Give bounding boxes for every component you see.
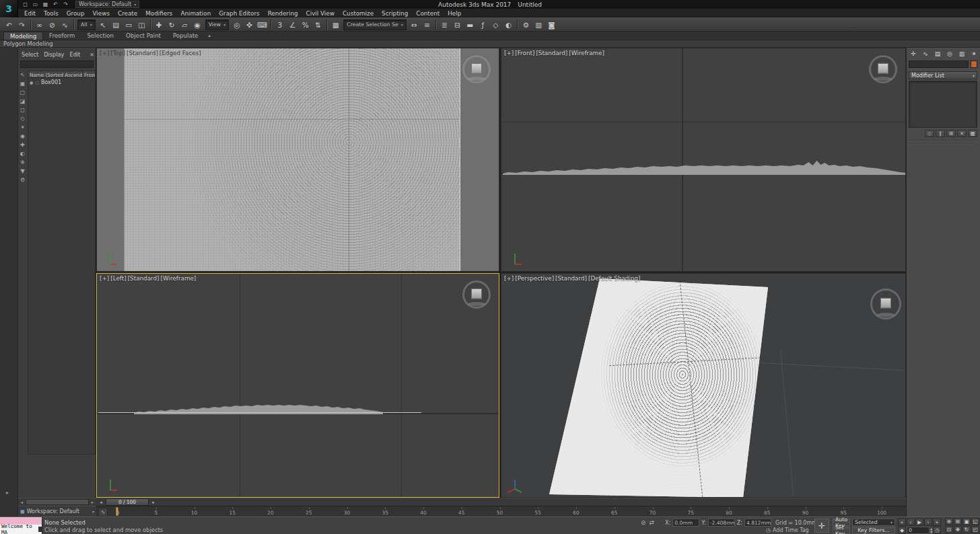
select-object-icon[interactable]: ↖ [98, 19, 109, 30]
menu-group[interactable]: Group [63, 9, 89, 17]
remove-modifier-button[interactable]: ✕ [957, 130, 967, 137]
viewport-label-segment[interactable]: [Default Shading] [588, 275, 641, 282]
align-icon[interactable]: ≡ [421, 19, 433, 30]
viewport-label-segment[interactable]: [Standard] [128, 275, 160, 282]
save-file-icon[interactable]: ▦ [41, 1, 50, 8]
ribbon-minimize-icon[interactable]: ▴ [208, 33, 211, 38]
motion-tab[interactable]: ◎ [945, 49, 954, 58]
workspace-selector[interactable]: ▦ Workspace: Default ▾ [18, 506, 96, 517]
explorer-menu-display[interactable]: Display [41, 51, 67, 58]
viewport-label-segment[interactable]: [Left] [110, 275, 126, 282]
previous-frame-button[interactable]: ‹ [907, 519, 915, 526]
render-production-icon[interactable]: ◙ [546, 19, 557, 30]
scroll-right-arrow[interactable]: ▸ [90, 500, 96, 505]
viewport-label-segment[interactable]: [Wireframe] [569, 50, 604, 56]
viewport-label-segment[interactable]: [+] [504, 275, 514, 282]
object-color-swatch[interactable] [971, 61, 977, 68]
viewport-perspective[interactable]: [+][Perspective][Standard][Default Shadi… [501, 273, 906, 498]
go-to-end-button[interactable]: » [933, 519, 941, 526]
maxscript-mini-listener[interactable]: Welcome to MA [0, 517, 42, 534]
selection-filter-dropdown[interactable]: All▾ [77, 20, 96, 30]
explorer-horizontal-scrollbar[interactable]: ◂ ▸ [18, 498, 96, 506]
undo-icon[interactable]: ↶ [3, 19, 15, 30]
named-selection-sets-dropdown[interactable]: Create Selection Se▾ [343, 20, 407, 30]
listener-script-line[interactable]: Welcome to MA [0, 525, 42, 534]
time-slider-next-arrow[interactable]: ▸ [150, 500, 157, 505]
modify-tab[interactable]: ∿ [921, 49, 930, 58]
bind-to-spacewarp-icon[interactable]: ∿ [59, 19, 71, 30]
use-pivot-center-icon[interactable]: ◎ [231, 19, 242, 30]
create-tab[interactable]: ✛ [909, 49, 918, 58]
redo-small-icon[interactable]: ↷ [61, 1, 70, 8]
viewcube[interactable] [462, 55, 491, 83]
set-keys-button[interactable]: ✛ [814, 519, 829, 533]
display-tab[interactable]: ▥ [957, 49, 967, 58]
viewport-top[interactable]: [+][Top][Standard][Edged Faces] [96, 48, 499, 272]
maximize-viewport-toggle-icon[interactable]: ◰ [971, 526, 979, 533]
explorer-menu-edit[interactable]: Edit [67, 51, 83, 58]
zoom-region-icon[interactable]: ⊡ [945, 526, 953, 533]
absolute-offset-toggle[interactable]: ⇄ [650, 519, 655, 526]
snaps-toggle-3d-icon[interactable]: 3 [274, 19, 285, 30]
spinner-snap-icon[interactable]: ⇅ [312, 19, 324, 30]
edit-named-selection-sets-icon[interactable]: ▦ [330, 19, 341, 30]
x-coordinate-field[interactable]: 0.0mm [672, 519, 699, 527]
play-button[interactable]: ▶ [915, 519, 923, 526]
material-editor-icon[interactable]: ◐ [503, 19, 514, 30]
configure-modifier-sets-button[interactable]: ▦ [968, 130, 977, 137]
select-and-scale-icon[interactable]: ▱ [179, 19, 190, 30]
menu-help[interactable]: Help [444, 9, 465, 17]
render-setup-icon[interactable]: ⚙ [520, 19, 532, 30]
explorer-show-materials-icon[interactable]: ◐ [20, 151, 25, 157]
viewcube[interactable] [462, 280, 491, 309]
time-configuration-button[interactable]: ◷ [933, 527, 941, 534]
viewport-label-segment[interactable]: [Perspective] [515, 275, 554, 282]
explorer-show-helpers-icon[interactable]: ✚ [20, 142, 25, 149]
3dsmax-application-button[interactable]: 3 [0, 0, 18, 17]
fingerprint-plane-top-view[interactable] [124, 48, 460, 272]
scroll-left-arrow[interactable]: ◂ [19, 500, 25, 505]
set-key-toggle[interactable]: Set Key [833, 527, 850, 534]
explorer-show-geometry-icon[interactable]: ◻ [20, 107, 25, 114]
menu-civil-view[interactable]: Civil View [302, 9, 339, 17]
fingerprint-plane-perspective[interactable] [501, 274, 905, 497]
explorer-select-all-icon[interactable]: ▣ [20, 81, 26, 87]
menu-animation[interactable]: Animation [176, 9, 215, 17]
zoom-extents-all-icon[interactable]: ◱ [971, 518, 979, 525]
explorer-show-shapes-icon[interactable]: ◇ [20, 116, 24, 122]
zoom-all-icon[interactable]: ⊞ [954, 518, 962, 525]
time-slider-prev-arrow[interactable]: ◂ [98, 500, 104, 505]
viewport-label-segment[interactable]: [Standard] [127, 50, 158, 56]
orbit-icon[interactable]: ↻ [963, 526, 971, 533]
time-slider-handle[interactable]: 0 / 100 [106, 498, 149, 506]
ribbon-tab-object-paint[interactable]: Object Paint [120, 32, 167, 40]
viewport-left-selected[interactable]: [+][Left][Standard][Wireframe] [96, 273, 499, 498]
select-link-icon[interactable]: ∞ [34, 19, 45, 30]
menu-customize[interactable]: Customize [339, 9, 378, 17]
reference-coordinate-dropdown[interactable]: View▾ [205, 20, 230, 30]
layout-tabs-expand-arrow[interactable]: ▸ [6, 490, 9, 496]
viewport-label-segment[interactable]: [+] [100, 50, 109, 56]
viewport-label-segment[interactable]: [Edged Faces] [160, 50, 201, 56]
select-and-manipulate-icon[interactable]: ✜ [244, 19, 255, 30]
next-frame-button[interactable]: › [924, 519, 932, 526]
select-by-name-icon[interactable]: ▤ [110, 19, 122, 30]
add-time-tag[interactable]: ◷ Add Time Tag [766, 527, 809, 533]
ribbon-tab-populate[interactable]: Populate [167, 32, 204, 40]
menu-scripting[interactable]: Scripting [378, 9, 412, 17]
selection-lock-toggle[interactable]: ⊘ [641, 519, 646, 526]
current-frame-field[interactable]: 0 [907, 527, 930, 534]
curve-editor-icon[interactable]: ƒ [477, 19, 489, 30]
keyboard-shortcut-override-icon[interactable]: ⌨ [256, 19, 268, 30]
toggle-ribbon-icon[interactable]: ▬ [464, 19, 476, 30]
toggle-layer-explorer-icon[interactable]: ⊟ [452, 19, 463, 30]
explorer-settings-icon[interactable]: ⚙ [20, 177, 25, 184]
ribbon-tab-freeform[interactable]: Freeform [43, 32, 81, 40]
rendered-frame-window-icon[interactable]: ▥ [533, 19, 545, 30]
viewport-label-segment[interactable]: [Front] [515, 50, 534, 56]
show-end-result-button[interactable]: ∥ [936, 130, 945, 137]
mirror-icon[interactable]: ⇔ [409, 19, 420, 30]
explorer-filter-icon[interactable]: ▼ [20, 168, 24, 175]
explorer-pick-icon[interactable]: ↖ [20, 72, 25, 79]
explorer-show-cameras-icon[interactable]: ◉ [20, 133, 25, 140]
